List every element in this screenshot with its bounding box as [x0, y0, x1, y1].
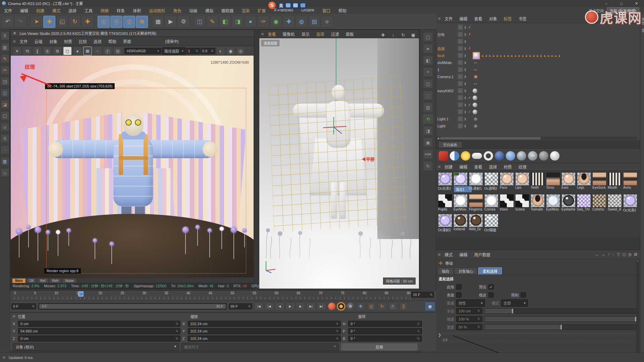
render-canvas[interactable]: off:-74,-165 start:(107,103) size:(703,6…	[11, 56, 254, 278]
max-frame-spinner[interactable]: 99 F⇅	[229, 303, 252, 309]
mode-icon[interactable]: ▢	[1, 111, 9, 120]
mat-menu-item[interactable]: 查看	[471, 164, 486, 170]
menu-item[interactable]: 工具	[80, 8, 97, 13]
visibility-dots[interactable]: ●●	[464, 111, 467, 113]
strength-slider[interactable]	[484, 316, 637, 322]
visibility-dots[interactable]: ●●	[464, 104, 467, 106]
toolbar-icon[interactable]: ↶	[2, 16, 14, 28]
toolbar-icon[interactable]: ⊕	[136, 16, 148, 28]
toolbar-icon[interactable]: ⚙	[177, 16, 190, 28]
viewport-menu-item[interactable]: 查看	[265, 31, 279, 37]
editor-visibility-toggle[interactable]: ∕	[458, 67, 463, 72]
mat-menu-item[interactable]: 创建	[441, 164, 456, 170]
material-thumbnail[interactable]	[484, 214, 498, 227]
minimize-button[interactable]: –	[599, 0, 614, 7]
side-tool-icon[interactable]: ⟲	[423, 114, 433, 124]
mat-menu-item[interactable]: 选择	[486, 164, 500, 170]
visibility-dots[interactable]: ●●	[464, 33, 467, 36]
attr-toolbar-icon[interactable]: ⊞	[634, 252, 637, 257]
editor-visibility-toggle[interactable]: ∕	[458, 81, 463, 86]
enable-state-icon[interactable]: ✗	[468, 32, 472, 37]
maximize-button[interactable]: □	[614, 0, 629, 7]
material-item[interactable]: Mouth	[608, 172, 622, 193]
playback-button[interactable]: ◀	[275, 302, 284, 310]
enable-state-icon[interactable]: ✓	[468, 96, 472, 100]
material-thumbnail[interactable]	[500, 172, 514, 186]
attr-menu-item[interactable]: 用户数据	[471, 252, 494, 257]
key-rotation-toggle[interactable]: ↻	[378, 302, 386, 310]
mode-select[interactable]: 全部▾	[501, 299, 528, 307]
material-thumbnail[interactable]	[531, 172, 545, 186]
lv-tool-icon[interactable]: ⚙	[53, 47, 62, 55]
material-item[interactable]: Torso	[546, 172, 560, 193]
menu-item[interactable]: 模式	[48, 8, 64, 13]
width-slider[interactable]	[484, 324, 637, 330]
toolbar-icon[interactable]	[190, 16, 193, 27]
lv-tool-icon[interactable]: ✶	[13, 47, 21, 55]
timeline-ruler[interactable]: 051015202530354045505560657075808590 16 …	[10, 291, 436, 301]
material-thumbnail[interactable]	[623, 172, 637, 186]
vertical-tab[interactable]: 层	[641, 29, 644, 33]
menu-item[interactable]: 角色	[169, 8, 185, 13]
object-row[interactable]: ∕ ●● ✓	[436, 101, 640, 108]
om-menu-item[interactable]: 标签	[500, 16, 515, 21]
radius-field[interactable]: 100 cm⇅	[456, 308, 482, 314]
preview-range-slider[interactable]: 0 F 90 F	[38, 303, 227, 310]
lv-tool-icon[interactable]: Ⓡ	[43, 47, 52, 55]
material-thumbnail[interactable]	[453, 214, 468, 227]
viewport-menu-item[interactable]: 摄像机	[279, 31, 298, 37]
toolbar-icon[interactable]: ↻	[69, 16, 81, 28]
visibility-dots[interactable]: ●●	[464, 54, 467, 57]
lv-tool-icon[interactable]: ●	[73, 47, 82, 55]
shader-preset-icon[interactable]: MIX	[528, 151, 537, 161]
viewport-nav-icon[interactable]: ✚	[379, 31, 387, 39]
attr-toolbar-icon[interactable]: →	[601, 252, 605, 257]
attr-menu-item[interactable]: 编辑	[456, 252, 471, 257]
object-row[interactable]: Light ∕ ●●	[436, 122, 640, 129]
material-thumbnail[interactable]	[438, 172, 452, 186]
editor-visibility-toggle[interactable]: ∕	[458, 53, 463, 58]
material-thumbnail[interactable]	[500, 194, 514, 207]
mat-menu-item[interactable]: 纹理	[515, 164, 530, 170]
editor-visibility-toggle[interactable]: ∕	[458, 46, 463, 51]
apply-button[interactable]: 应用	[341, 343, 418, 351]
shader-preset-icon[interactable]	[439, 151, 448, 161]
editor-visibility-toggle[interactable]: ∕	[458, 39, 463, 44]
material-thumbnail[interactable]	[577, 172, 591, 186]
material-thumbnail[interactable]	[453, 194, 468, 207]
side-tool-icon[interactable]: ◫	[423, 79, 433, 88]
material-item[interactable]: EyeSock	[592, 172, 607, 193]
keying-settings-button[interactable]: ⚙	[347, 303, 354, 310]
lv-tool-icon[interactable]: ⊞	[83, 47, 92, 55]
om-menu-item[interactable]: 编辑	[456, 16, 471, 21]
shader-preset-icon[interactable]	[484, 151, 493, 161]
toolbar-icon[interactable]: ◨	[232, 16, 244, 28]
material-item[interactable]: EyeMois	[453, 194, 468, 213]
live-viewer-menu-item[interactable]: 比较	[75, 39, 90, 44]
material-thumbnail[interactable]	[608, 194, 622, 207]
editor-visibility-toggle[interactable]: ∕	[458, 32, 463, 37]
render-pass-tab[interactable]: Main	[12, 278, 26, 283]
visibility-dots[interactable]: ●●	[464, 68, 467, 71]
visibility-dots[interactable]: ●●	[464, 26, 467, 29]
shader-preset-icon[interactable]	[495, 151, 504, 161]
material-thumbnail[interactable]	[546, 172, 560, 186]
menu-item[interactable]: 帮助	[334, 8, 351, 13]
scale-z-field[interactable]: 102.24 cm⇅	[188, 336, 341, 342]
lv-end-icon[interactable]: ◎	[236, 47, 245, 55]
side-tool-icon[interactable]: ▢	[423, 32, 433, 42]
radius-slider[interactable]	[484, 308, 637, 314]
enable-state-icon[interactable]: ✓	[468, 25, 472, 29]
editor-visibility-toggle[interactable]: ∕	[458, 109, 463, 114]
surface-checkbox[interactable]	[456, 292, 462, 298]
visibility-dots[interactable]: ●●	[464, 125, 467, 127]
material-thumbnail[interactable]	[438, 214, 452, 227]
visibility-dots[interactable]: ●●	[464, 82, 467, 85]
perspective-viewport[interactable]: ≡ 查看摄像机显示选项过滤面板 ✚↕↻▣ 透视视图	[259, 29, 419, 289]
rot-b-field[interactable]: 0 °⇅	[348, 336, 422, 342]
om-menu-item[interactable]: 查看	[471, 16, 486, 21]
shader-preset-icon[interactable]	[472, 153, 482, 159]
lv-tool-icon[interactable]: Ⓜ	[113, 47, 122, 55]
mode-icon[interactable]: ◔	[1, 145, 9, 154]
menu-item[interactable]: 编辑	[16, 8, 32, 13]
